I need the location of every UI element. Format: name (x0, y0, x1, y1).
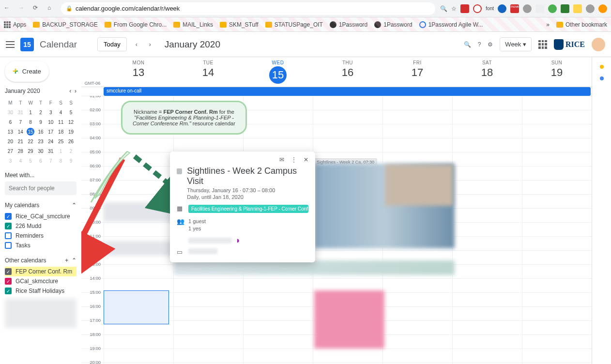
mini-cal-day[interactable]: 4 (56, 108, 65, 117)
zoom-icon[interactable]: 🔍 (440, 5, 447, 12)
prev-week-button[interactable]: ‹ (133, 39, 140, 50)
next-week-button[interactable]: › (146, 39, 154, 50)
mini-cal-day[interactable]: 16 (36, 127, 46, 136)
addon-keep-icon[interactable] (600, 65, 604, 69)
time-slot[interactable] (452, 237, 522, 250)
allday-event[interactable]: smcclure on-call (104, 87, 591, 96)
time-slot[interactable] (243, 335, 313, 349)
bookmark-item[interactable]: From Google Chro... (105, 21, 167, 28)
bookmark-overflow[interactable]: » (546, 21, 550, 28)
time-slot[interactable] (452, 307, 522, 320)
mini-cal-day[interactable]: 21 (16, 137, 25, 146)
mini-cal-day[interactable]: 5 (66, 108, 76, 117)
mini-cal-day[interactable]: 3 (46, 108, 55, 117)
mini-cal-day[interactable]: 7 (46, 156, 55, 165)
mini-prev[interactable]: ‹ (69, 88, 71, 94)
time-slot[interactable] (243, 293, 313, 306)
time-slot[interactable] (522, 138, 592, 152)
address-input[interactable]: 🔒 calendar.google.com/calendar/r/week (61, 2, 435, 15)
mini-cal-day[interactable]: 29 (26, 147, 35, 155)
mini-cal-day[interactable]: 11 (56, 118, 65, 126)
time-slot[interactable] (382, 349, 452, 363)
mini-cal-day[interactable]: 9 (36, 118, 46, 126)
time-slot[interactable] (243, 349, 313, 363)
day-header[interactable]: SUN19 (522, 57, 592, 87)
time-slot[interactable] (522, 167, 592, 180)
mini-cal-day[interactable]: 28 (16, 147, 25, 155)
time-slot[interactable] (382, 110, 452, 124)
other-calendars-header[interactable]: Other calendars+ ⌃ (5, 257, 76, 264)
bookmark-item[interactable]: MAIL_Links (173, 21, 213, 28)
time-slot[interactable] (382, 279, 452, 292)
day-header[interactable]: MON13 (104, 57, 173, 87)
time-slot[interactable] (243, 321, 313, 334)
day-header[interactable]: FRI17 (382, 57, 452, 87)
mini-cal-day[interactable]: 19 (66, 127, 76, 136)
time-slot[interactable] (104, 167, 173, 180)
mini-cal-day[interactable]: 17 (46, 127, 55, 136)
calendar-toggle[interactable]: ✓GCal_skmcclure (5, 276, 76, 286)
apps-launcher-icon[interactable] (538, 40, 547, 49)
mini-cal-day[interactable]: 6 (6, 118, 15, 126)
search-icon[interactable]: 🔍 (464, 41, 471, 48)
mini-cal-day[interactable]: 27 (6, 147, 15, 155)
back-icon[interactable]: ← (4, 4, 13, 13)
bookmark-item[interactable]: 1Password (330, 21, 367, 28)
time-slot[interactable] (243, 110, 313, 124)
mini-cal-day[interactable]: 26 (66, 137, 76, 146)
time-slot[interactable] (452, 195, 522, 208)
time-slot[interactable] (452, 152, 522, 166)
mini-calendar[interactable]: MTWTFSS 30311234567891011121314151617181… (5, 97, 76, 166)
mini-cal-day[interactable]: 6 (36, 156, 46, 165)
mini-cal-day[interactable]: 3 (6, 156, 15, 165)
mini-cal-day[interactable]: 2 (66, 147, 76, 155)
time-slot[interactable] (104, 138, 173, 152)
ext-icon-2[interactable] (473, 4, 482, 13)
time-slot[interactable] (382, 96, 452, 110)
today-button[interactable]: Today (97, 37, 127, 51)
time-slot[interactable] (104, 223, 173, 236)
time-slot[interactable] (243, 279, 313, 292)
calendar-toggle[interactable]: ✓226 Mudd (5, 221, 76, 231)
time-slot[interactable] (104, 349, 173, 363)
more-icon[interactable]: ⋮ (291, 156, 297, 163)
time-slot[interactable] (522, 152, 592, 166)
mini-cal-day[interactable]: 24 (46, 137, 55, 146)
ext-icon-3[interactable] (498, 4, 506, 13)
mail-icon[interactable]: ✉ (279, 156, 284, 163)
time-slot[interactable] (452, 293, 522, 306)
time-slot[interactable] (243, 307, 313, 320)
time-slot[interactable] (522, 307, 592, 320)
reload-icon[interactable]: ⟳ (33, 4, 42, 13)
time-slot[interactable] (522, 124, 592, 138)
time-slot[interactable] (243, 124, 313, 138)
time-slot[interactable] (452, 181, 522, 194)
day-header[interactable]: WED15 (243, 57, 313, 87)
mini-cal-day[interactable]: 8 (56, 156, 65, 165)
time-slot[interactable] (522, 349, 592, 363)
time-slot[interactable] (452, 209, 522, 222)
mini-cal-day[interactable]: 23 (36, 137, 46, 146)
time-slot[interactable] (243, 138, 313, 152)
day-header[interactable]: THU16 (313, 57, 382, 87)
search-people-input[interactable] (5, 182, 76, 195)
bookmark-item[interactable]: BACKUP_STORAGE (33, 21, 97, 28)
bookmark-item[interactable]: 1Password Agile W... (419, 21, 483, 28)
time-slot[interactable] (173, 279, 243, 292)
mini-cal-day[interactable]: 7 (16, 118, 25, 126)
time-slot[interactable] (382, 321, 452, 334)
mini-cal-day[interactable]: 25 (56, 137, 65, 146)
apps-button[interactable]: Apps (4, 21, 26, 28)
help-icon[interactable]: ? (478, 41, 481, 48)
time-slot[interactable] (522, 110, 592, 124)
time-slot[interactable] (382, 124, 452, 138)
mini-cal-day[interactable]: 30 (36, 147, 46, 155)
time-slot[interactable] (522, 223, 592, 236)
create-button[interactable]: + Create (5, 61, 49, 82)
mini-cal-day[interactable]: 18 (56, 127, 65, 136)
ext-icon-8[interactable] (573, 4, 582, 13)
bookmark-item[interactable]: STATUSPage_OIT (265, 21, 323, 28)
calendar-toggle[interactable]: Tasks (5, 241, 76, 250)
time-slot[interactable] (313, 96, 382, 110)
mini-cal-day[interactable]: 1 (26, 108, 35, 117)
